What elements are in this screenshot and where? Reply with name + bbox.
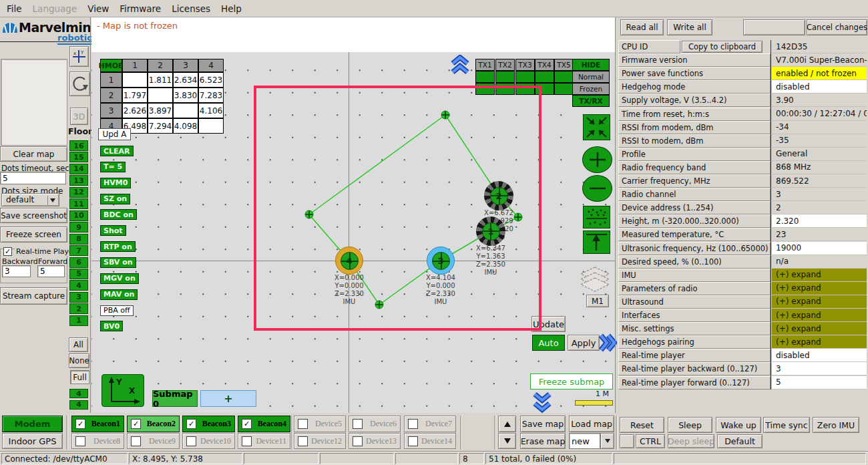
map-selection-rectangle[interactable] bbox=[254, 86, 541, 331]
floor-button-5[interactable]: 5 bbox=[69, 269, 88, 279]
tx-cell[interactable] bbox=[554, 71, 574, 83]
axes-view-button[interactable]: x Y bbox=[69, 46, 89, 67]
indoor-gps-button[interactable]: Indoor GPS bbox=[2, 433, 63, 449]
map-button-shot[interactable]: Shot bbox=[100, 225, 126, 236]
param-label-device-address-1-254-[interactable]: Device address (1..254) bbox=[618, 201, 771, 214]
param-label-real-time-player-backward-0-127-[interactable]: Real-time player backward (0..127) bbox=[618, 362, 771, 375]
expand-right-icon[interactable] bbox=[599, 333, 617, 353]
menu-view[interactable]: View bbox=[87, 3, 109, 14]
device-cell-device6[interactable]: Device6 bbox=[349, 416, 401, 432]
map-button-clear[interactable]: CLEAR bbox=[100, 146, 134, 156]
tx-cell[interactable] bbox=[515, 71, 535, 83]
submap-0-button[interactable]: Submap 0 bbox=[152, 390, 198, 407]
beacon-cell-beacon4[interactable]: ✓Beacon4 bbox=[238, 416, 290, 432]
param-value-ultrasonic-frequency-hz-100-65000-[interactable]: 19000 bbox=[772, 242, 867, 255]
floors-none-button[interactable]: None bbox=[69, 353, 89, 368]
device-cell-device5[interactable]: Device5 bbox=[294, 416, 346, 432]
param-label-supply-voltage-v-3-5-4-2-[interactable]: Supply voltage, V (3.5..4.2) bbox=[618, 94, 771, 107]
unchecked-checkbox[interactable] bbox=[186, 436, 196, 446]
copy-to-clipboard-button[interactable]: Copy to clipboard bbox=[682, 41, 763, 53]
checked-checkbox[interactable]: ✓ bbox=[242, 419, 252, 429]
unchecked-checkbox[interactable] bbox=[353, 419, 363, 429]
menu-help[interactable]: Help bbox=[221, 3, 242, 14]
menu-firmware[interactable]: Firmware bbox=[120, 3, 161, 14]
floor-button-1[interactable]: 1 bbox=[69, 315, 88, 326]
param-value-height-m-320-000-320-000-[interactable]: 2.320 bbox=[772, 214, 867, 228]
beacon-cell-beacon1[interactable]: ✓Beacon1 bbox=[71, 416, 124, 432]
time-sync-button[interactable]: Time sync bbox=[763, 417, 810, 433]
device-cell-device7[interactable]: Device7 bbox=[404, 416, 456, 432]
checked-checkbox[interactable]: ✓ bbox=[186, 419, 196, 429]
param-label-ultrasound[interactable]: Ultrasound bbox=[618, 295, 771, 309]
floor-button-3[interactable]: 3 bbox=[69, 292, 88, 303]
map-button-sbv-on[interactable]: SBV on bbox=[100, 257, 136, 268]
tx-side-tx-rx[interactable]: TX/RX bbox=[572, 95, 610, 107]
unchecked-checkbox[interactable] bbox=[408, 419, 418, 429]
floors-all-button[interactable]: All bbox=[69, 337, 88, 352]
map-name-field[interactable]: new bbox=[569, 433, 600, 449]
param-value-interfaces[interactable]: (+) expand bbox=[772, 309, 867, 322]
param-label-parameters-of-radio[interactable]: Parameters of radio bbox=[618, 282, 771, 295]
floor-button-2[interactable]: 2 bbox=[69, 303, 88, 314]
device-cell-device13[interactable]: Device13 bbox=[349, 433, 401, 449]
m1-button[interactable]: M1 bbox=[586, 295, 609, 307]
floor-button-12[interactable]: 12 bbox=[69, 187, 88, 198]
device-cell-device11[interactable]: Device11 bbox=[238, 433, 290, 449]
floor-button-6[interactable]: 6 bbox=[69, 257, 88, 268]
param-label-firmware-version[interactable]: Firmware version bbox=[618, 53, 771, 67]
param-label-desired-speed-0-100-[interactable]: Desired speed, % (0..100) bbox=[618, 255, 771, 269]
extra-floor-button[interactable]: 4 bbox=[69, 389, 88, 398]
param-value-parameters-of-radio[interactable]: (+) expand bbox=[772, 282, 867, 295]
stream-capture-button[interactable]: Stream capture bbox=[0, 287, 67, 305]
device-cell-device9[interactable]: Device9 bbox=[127, 433, 180, 449]
param-value-power-save-functions[interactable]: enabled / not frozen bbox=[772, 67, 867, 80]
map-button-t-5[interactable]: T= 5 bbox=[100, 162, 126, 172]
floor-button-15[interactable]: 15 bbox=[69, 152, 88, 162]
menu-file[interactable]: File bbox=[7, 3, 22, 14]
scroll-devices-up-button[interactable] bbox=[498, 416, 516, 432]
collapse-up-icon[interactable] bbox=[450, 55, 470, 75]
floor-button-8[interactable]: 8 bbox=[69, 234, 88, 245]
floor-button-13[interactable]: 13 bbox=[69, 175, 88, 186]
tx-side-frozen[interactable]: Frozen bbox=[572, 83, 610, 95]
beacon-cell-beacon3[interactable]: ✓Beacon3 bbox=[182, 416, 235, 432]
layers-icon[interactable] bbox=[578, 266, 612, 294]
param-value-real-time-player-backward-0-127-[interactable]: 3 bbox=[772, 362, 867, 375]
map-button-bdc-on[interactable]: BDC on bbox=[100, 209, 137, 220]
scroll-devices-down-button[interactable] bbox=[498, 433, 516, 449]
param-label-profile[interactable]: Profile bbox=[618, 148, 771, 161]
map-button-sz-on[interactable]: SZ on bbox=[100, 194, 130, 204]
zoom-in-button[interactable] bbox=[582, 146, 612, 173]
blank-button[interactable] bbox=[743, 19, 805, 35]
param-label-carrier-frequency-mhz[interactable]: Carrier frequency, MHz bbox=[618, 174, 771, 188]
param-label-time-from-reset-h-m-s[interactable]: Time from reset, h:m:s bbox=[618, 108, 771, 121]
floor-button-4[interactable]: 4 bbox=[69, 280, 88, 291]
ctrl-button[interactable]: CTRL bbox=[636, 434, 665, 448]
dots-timeout-input[interactable] bbox=[0, 172, 66, 184]
device-cell-device12[interactable]: Device12 bbox=[294, 433, 346, 449]
auto-button[interactable]: Auto bbox=[532, 335, 565, 351]
param-value-ultrasound[interactable]: (+) expand bbox=[772, 295, 867, 309]
save-screenshot-button[interactable]: Save screenshot bbox=[0, 208, 67, 223]
ctrl-checkbox-box[interactable] bbox=[620, 434, 634, 448]
map-button-hvm0[interactable]: HVM0 bbox=[100, 178, 131, 188]
tx-side-normal[interactable]: Normal bbox=[572, 71, 610, 83]
unchecked-checkbox[interactable] bbox=[353, 436, 363, 446]
param-label-hedgehog-mode[interactable]: Hedgehog mode bbox=[618, 80, 771, 94]
erase-map-button[interactable]: Erase map bbox=[520, 433, 566, 449]
floor-button-9[interactable]: 9 bbox=[69, 222, 88, 232]
param-label-power-save-functions[interactable]: Power save functions bbox=[618, 67, 771, 80]
tx-cell[interactable] bbox=[554, 83, 574, 95]
map-button-mav-on[interactable]: MAV on bbox=[100, 289, 138, 300]
device-cell-device10[interactable]: Device10 bbox=[182, 433, 235, 449]
left-list-panel[interactable] bbox=[1, 59, 67, 146]
param-value-real-time-player[interactable]: disabled bbox=[772, 349, 867, 362]
param-value-hedgehogs-pairing[interactable]: (+) expand bbox=[772, 335, 867, 349]
param-label-measured-temperature-c[interactable]: Measured temperature, °C bbox=[618, 228, 771, 241]
reset-button[interactable]: Reset bbox=[620, 417, 664, 433]
beacon-cell-beacon2[interactable]: ✓Beacon2 bbox=[127, 416, 180, 432]
floor-button-10[interactable]: 10 bbox=[69, 210, 88, 221]
unchecked-checkbox[interactable] bbox=[408, 436, 418, 446]
tx-cell[interactable] bbox=[535, 71, 554, 83]
device-cell-device14[interactable]: Device14 bbox=[404, 433, 456, 449]
